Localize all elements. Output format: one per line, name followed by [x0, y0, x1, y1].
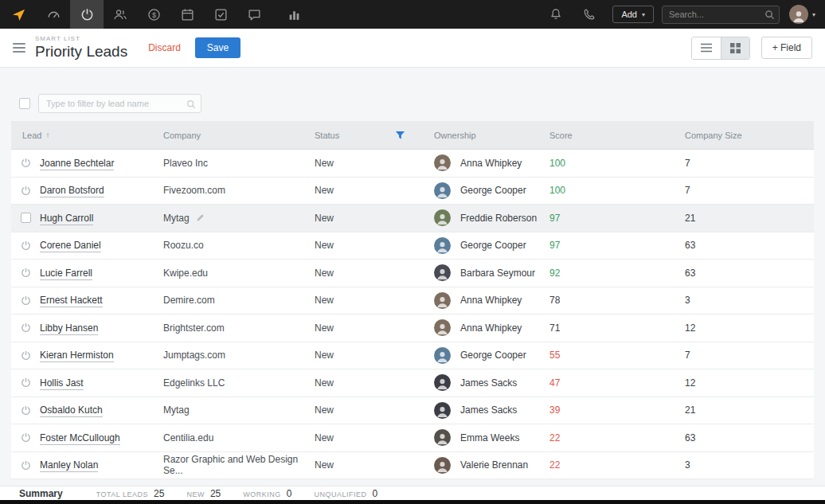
table-row[interactable]: Libby Hansen Brightster.com New Anna Whi… — [11, 315, 814, 342]
size-value: 7 — [685, 350, 690, 361]
company-text: Kwipe.edu — [163, 268, 208, 279]
lead-link[interactable]: Joanne Bechtelar — [40, 158, 114, 170]
select-all-checkbox[interactable] — [19, 98, 30, 109]
score-value: 97 — [549, 213, 560, 224]
grid-view-button[interactable] — [721, 37, 749, 59]
owner-avatar — [434, 374, 451, 391]
phone-icon[interactable] — [573, 0, 606, 29]
lead-status-power-icon[interactable] — [21, 158, 31, 168]
calendar-icon[interactable] — [170, 0, 204, 29]
lead-link[interactable]: Hugh Carroll — [40, 213, 93, 225]
company-text: Razor Graphic and Web Design Se... — [163, 454, 315, 476]
add-button[interactable]: Add ▾ — [612, 6, 654, 23]
summary-stat: UNQUALIFIED 0 — [314, 488, 377, 499]
list-view-button[interactable] — [692, 37, 721, 59]
score-value: 97 — [549, 240, 560, 251]
size-value: 21 — [685, 213, 695, 224]
table-row[interactable]: Manley Nolan Razor Graphic and Web Desig… — [11, 452, 814, 480]
menu-hamburger-icon[interactable] — [13, 43, 25, 53]
column-header-lead[interactable]: Lead ↑ — [11, 131, 163, 140]
owner-avatar — [434, 457, 451, 474]
pulse-icon[interactable] — [70, 0, 104, 29]
size-value: 21 — [685, 404, 695, 416]
owner-avatar — [434, 264, 451, 281]
reports-chart-icon[interactable] — [277, 0, 311, 29]
table-row[interactable]: Joanne Bechtelar Plaveo Inc New Anna Whi… — [11, 150, 814, 178]
owner-name: James Sacks — [460, 404, 517, 416]
gauge-icon[interactable] — [37, 0, 70, 29]
row-checkbox[interactable] — [21, 213, 31, 223]
lead-link[interactable]: Corene Daniel — [40, 240, 101, 252]
owner-avatar — [434, 319, 451, 336]
owner-name: Anna Whipkey — [460, 158, 522, 169]
tasks-check-icon[interactable] — [204, 0, 237, 29]
lead-link[interactable]: Lucie Farrell — [40, 268, 92, 280]
discard-link[interactable]: Discard — [148, 42, 181, 53]
conversations-chat-icon[interactable] — [237, 0, 271, 29]
table-row[interactable]: Kieran Hermiston Jumptags.com New George… — [11, 342, 814, 370]
stat-value: 25 — [154, 488, 164, 499]
lead-status-power-icon[interactable] — [21, 240, 31, 251]
column-header-status[interactable]: Status — [315, 131, 434, 140]
summary-bar: Summary TOTAL LEADS 25 NEW 25 WORKING 0 … — [0, 486, 825, 500]
save-button[interactable]: Save — [195, 37, 240, 58]
table-row[interactable]: Hugh Carroll Mytag New Freddie Roberson … — [11, 205, 814, 232]
table-row[interactable]: Ernest Hackett Demire.com New Anna Whipk… — [11, 287, 814, 315]
table-body: Joanne Bechtelar Plaveo Inc New Anna Whi… — [11, 150, 814, 479]
sort-arrow-icon: ↑ — [45, 131, 49, 139]
summary-label: Summary — [19, 488, 63, 499]
size-value: 63 — [685, 240, 695, 251]
status-text: New — [315, 213, 334, 224]
table-row[interactable]: Osbaldo Kutch Mytag New James Sacks 39 2… — [11, 397, 814, 425]
owner-name: Barbara Seymour — [460, 268, 535, 279]
score-value: 100 — [549, 185, 565, 196]
stat-label: WORKING — [243, 490, 281, 498]
column-header-company-size[interactable]: Company Size — [685, 131, 814, 140]
lead-status-power-icon[interactable] — [21, 268, 31, 278]
lead-link[interactable]: Libby Hansen — [40, 322, 98, 335]
lead-status-power-icon[interactable] — [21, 322, 31, 333]
global-search-input[interactable] — [662, 6, 780, 24]
lead-filter-input[interactable] — [38, 94, 201, 113]
user-menu-chevron-icon[interactable]: ▾ — [812, 11, 815, 18]
bell-icon[interactable] — [539, 0, 573, 29]
table-row[interactable]: Corene Daniel Roozu.co New George Cooper… — [11, 232, 814, 260]
table-row[interactable]: Foster McCullough Centilia.edu New Emma … — [11, 424, 814, 452]
lead-link[interactable]: Foster McCullough — [40, 432, 120, 445]
column-header-score[interactable]: Score — [549, 131, 685, 140]
lead-link[interactable]: Manley Nolan — [40, 459, 98, 472]
lead-status-power-icon[interactable] — [21, 432, 31, 443]
lead-link[interactable]: Osbaldo Kutch — [40, 404, 103, 417]
column-header-company[interactable]: Company — [163, 131, 315, 140]
lead-link[interactable]: Daron Botsford — [40, 185, 104, 197]
edit-pencil-icon[interactable] — [196, 213, 205, 222]
size-value: 63 — [685, 432, 695, 443]
lead-status-power-icon[interactable] — [21, 377, 31, 388]
lead-link[interactable]: Kieran Hermiston — [40, 350, 114, 362]
owner-name: James Sacks — [460, 377, 517, 389]
size-value: 63 — [685, 268, 695, 279]
view-toggle — [691, 37, 750, 60]
lead-status-power-icon[interactable] — [21, 295, 31, 306]
table-row[interactable]: Daron Botsford Fivezoom.com New George C… — [11, 178, 814, 205]
table-row[interactable]: Hollis Jast Edgelinks LLC New James Sack… — [11, 369, 814, 397]
owner-avatar — [434, 347, 451, 364]
lead-status-power-icon[interactable] — [21, 350, 31, 361]
lead-status-power-icon[interactable] — [21, 460, 31, 471]
table-row[interactable]: Lucie Farrell Kwipe.edu New Barbara Seym… — [11, 260, 814, 287]
add-field-button[interactable]: + Field — [761, 37, 812, 59]
user-avatar[interactable] — [789, 5, 808, 24]
lead-status-power-icon[interactable] — [21, 186, 31, 196]
company-text: Roozu.co — [163, 240, 204, 251]
lead-status-power-icon[interactable] — [21, 405, 31, 416]
column-header-ownership[interactable]: Ownership — [434, 131, 549, 140]
owner-avatar — [434, 402, 451, 419]
summary-stat: NEW 25 — [186, 488, 221, 499]
filter-funnel-icon[interactable] — [395, 131, 405, 140]
contacts-icon[interactable] — [104, 0, 137, 29]
app-logo-icon[interactable] — [0, 0, 37, 29]
opportunities-dollar-icon[interactable]: $ — [137, 0, 170, 29]
lead-link[interactable]: Hollis Jast — [40, 377, 84, 390]
lead-link[interactable]: Ernest Hackett — [40, 295, 103, 307]
status-text: New — [315, 404, 334, 416]
